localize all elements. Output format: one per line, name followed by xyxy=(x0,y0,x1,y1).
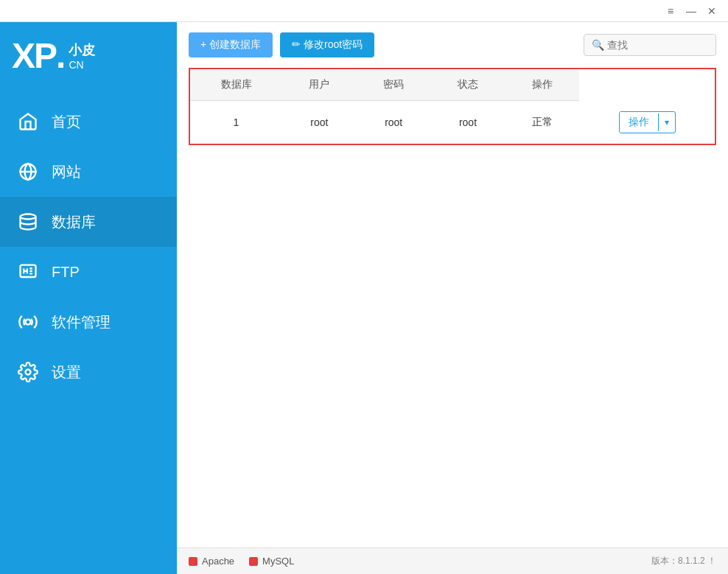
menu-button[interactable]: ≡ xyxy=(660,3,681,19)
ftp-icon xyxy=(15,259,41,285)
version-label: 版本：8.1.1.2 ！ xyxy=(651,555,716,567)
table-row: 1rootrootroot正常操作▾ xyxy=(189,101,715,144)
content-area: + 创建数据库 ✏ 修改root密码 🔍 数据库 用户 密码 状态 操作 xyxy=(177,22,728,574)
sidebar-item-settings-label: 设置 xyxy=(52,363,81,382)
action-main-button[interactable]: 操作 xyxy=(620,112,658,133)
svg-point-9 xyxy=(26,320,31,325)
cell-password: root xyxy=(431,101,505,144)
minimize-button[interactable]: — xyxy=(681,3,701,19)
mysql-status: MySQL xyxy=(249,556,294,567)
home-icon xyxy=(15,108,41,135)
table-header: 数据库 用户 密码 状态 操作 xyxy=(189,69,715,101)
close-button[interactable]: ✕ xyxy=(701,3,722,19)
sidebar-item-settings[interactable]: 设置 xyxy=(0,347,177,397)
cell-index: 1 xyxy=(189,101,282,144)
apache-status-dot xyxy=(189,557,197,566)
version-info: 版本：8.1.1.2 ！ xyxy=(651,555,716,567)
app-body: XP . 小皮 CN 首页 xyxy=(0,22,728,574)
table-body: 1rootrootroot正常操作▾ xyxy=(189,101,715,144)
cell-status: 正常 xyxy=(505,101,579,144)
database-table: 数据库 用户 密码 状态 操作 1rootrootroot正常操作▾ xyxy=(189,68,716,145)
logo-dot: . xyxy=(56,35,66,76)
search-box: 🔍 xyxy=(584,34,716,56)
logo-area: XP . 小皮 CN xyxy=(0,22,177,89)
sidebar-item-ftp-label: FTP xyxy=(52,264,80,281)
col-header-action: 操作 xyxy=(505,69,579,101)
logo-text: 小皮 CN xyxy=(69,41,95,71)
logo-xp: XP xyxy=(12,38,56,74)
sidebar-item-website-label: 网站 xyxy=(52,162,81,182)
logo-top: 小皮 xyxy=(69,41,95,59)
table-wrapper: 数据库 用户 密码 状态 操作 1rootrootroot正常操作▾ xyxy=(177,68,728,547)
nav-menu: 首页 网站 数据库 xyxy=(0,97,177,397)
toolbar: + 创建数据库 ✏ 修改root密码 🔍 xyxy=(177,22,728,68)
status-bar: Apache MySQL 版本：8.1.1.2 ！ xyxy=(177,547,728,574)
database-icon xyxy=(15,209,41,235)
sidebar-item-database-label: 数据库 xyxy=(52,212,96,232)
sidebar-item-ftp[interactable]: FTP xyxy=(0,247,177,297)
settings-icon xyxy=(15,359,41,385)
col-header-db: 数据库 xyxy=(189,69,282,101)
svg-point-1 xyxy=(21,214,36,220)
col-header-password: 密码 xyxy=(357,69,431,101)
action-dropdown-button[interactable]: ▾ xyxy=(658,113,675,131)
apache-label: Apache xyxy=(202,556,234,567)
edit-root-password-button[interactable]: ✏ 修改root密码 xyxy=(280,32,374,57)
sidebar-item-software-label: 软件管理 xyxy=(52,312,111,332)
search-icon: 🔍 xyxy=(592,39,604,51)
col-header-status: 状态 xyxy=(431,69,505,101)
apache-status: Apache xyxy=(189,556,234,567)
cell-user: root xyxy=(357,101,431,144)
title-bar: ≡ — ✕ xyxy=(0,0,728,22)
cell-database: root xyxy=(282,101,357,144)
software-icon xyxy=(15,309,41,335)
svg-point-10 xyxy=(26,370,31,375)
website-icon xyxy=(15,158,41,185)
sidebar-item-home-label: 首页 xyxy=(52,112,81,132)
mysql-label: MySQL xyxy=(262,556,294,567)
logo-bottom: CN xyxy=(69,59,95,71)
sidebar-item-database[interactable]: 数据库 xyxy=(0,197,177,247)
sidebar-item-website[interactable]: 网站 xyxy=(0,147,177,197)
col-header-user: 用户 xyxy=(282,69,357,101)
sidebar: XP . 小皮 CN 首页 xyxy=(0,22,177,574)
sidebar-item-home[interactable]: 首页 xyxy=(0,97,177,147)
mysql-status-dot xyxy=(249,557,258,566)
sidebar-item-software[interactable]: 软件管理 xyxy=(0,297,177,347)
create-database-button[interactable]: + 创建数据库 xyxy=(189,32,273,57)
search-input[interactable] xyxy=(607,39,710,51)
cell-action: 操作▾ xyxy=(579,101,715,144)
action-btn-group: 操作▾ xyxy=(619,111,676,133)
